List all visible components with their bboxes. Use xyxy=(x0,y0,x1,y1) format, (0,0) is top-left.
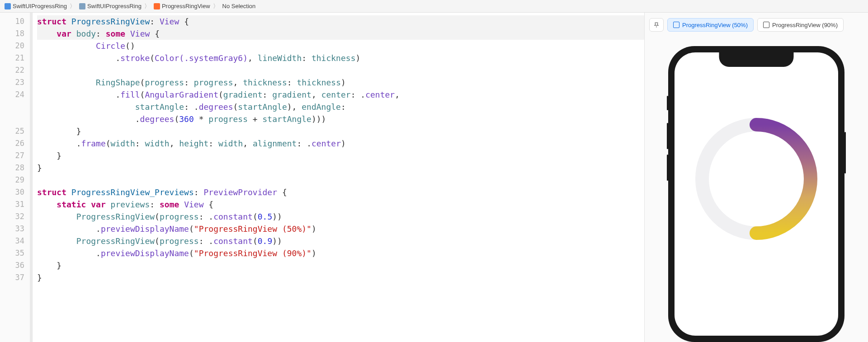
cube-icon xyxy=(763,22,769,28)
crumb-project[interactable]: SwiftUIProgressRing 〉 xyxy=(5,2,76,10)
crumb-folder-label: SwiftUIProgressRing xyxy=(87,3,142,9)
crumb-folder[interactable]: SwiftUIProgressRing 〉 xyxy=(79,2,151,10)
chevron-right-icon: 〉 xyxy=(213,2,219,10)
preview-tab-label: ProgressRingView (90%) xyxy=(772,22,838,28)
device-side-button xyxy=(667,96,668,110)
crumb-project-label: SwiftUIProgressRing xyxy=(13,3,67,9)
preview-tab-90[interactable]: ProgressRingView (90%) xyxy=(757,18,844,32)
chevron-right-icon: 〉 xyxy=(70,2,75,10)
pin-icon xyxy=(653,22,660,28)
preview-tabs: ProgressRingView (50%) ProgressRingView … xyxy=(645,13,868,37)
device-side-button xyxy=(667,123,668,149)
device-side-button xyxy=(844,132,846,173)
breadcrumb: SwiftUIProgressRing 〉 SwiftUIProgressRin… xyxy=(0,0,868,13)
app-icon xyxy=(5,3,11,9)
crumb-file[interactable]: ProgressRingView 〉 xyxy=(154,2,220,10)
ring-svg xyxy=(689,111,824,247)
crumb-selection-label: No Selection xyxy=(222,3,256,9)
device-side-button xyxy=(667,155,668,181)
swift-file-icon xyxy=(154,3,160,9)
line-gutter: 1018202122232425262728293031323334353637 xyxy=(0,13,30,342)
code-editor[interactable]: 1018202122232425262728293031323334353637… xyxy=(0,13,644,342)
crumb-file-label: ProgressRingView xyxy=(162,3,210,9)
cube-icon xyxy=(673,22,679,28)
chevron-right-icon: 〉 xyxy=(144,2,150,10)
folder-icon xyxy=(79,3,85,9)
device-frame xyxy=(668,46,844,342)
preview-tab-label: ProgressRingView (50%) xyxy=(682,22,748,28)
pin-button[interactable] xyxy=(649,18,664,32)
preview-tab-50[interactable]: ProgressRingView (50%) xyxy=(667,18,754,32)
canvas-preview-panel: ProgressRingView (50%) ProgressRingView … xyxy=(644,13,868,342)
crumb-selection[interactable]: No Selection xyxy=(222,3,256,9)
progress-ring xyxy=(689,111,824,247)
device-notch xyxy=(719,52,794,67)
code-area[interactable]: struct ProgressRingView: View { var body… xyxy=(33,13,644,342)
device-screen xyxy=(675,52,838,336)
